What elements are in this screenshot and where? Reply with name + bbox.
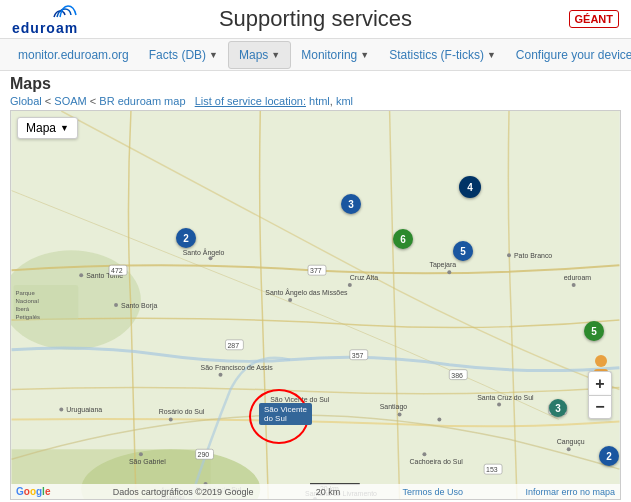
map-pin-7[interactable]: 2 <box>599 446 619 466</box>
maps-heading: Maps <box>10 75 621 93</box>
map-pin-4[interactable]: 6 <box>393 229 413 249</box>
navbar: monitor.eduroam.org Facts (DB) ▼ Maps ▼ … <box>0 39 631 71</box>
eduroam-logo[interactable]: eduroam <box>12 3 78 36</box>
svg-text:290: 290 <box>198 451 210 458</box>
breadcrumb-soam[interactable]: SOAM <box>54 95 86 107</box>
svg-text:Santiago: Santiago <box>380 403 408 411</box>
google-logo: Google <box>16 486 50 497</box>
svg-point-36 <box>422 452 426 456</box>
map-type-label: Mapa <box>26 121 56 135</box>
breadcrumb: Global < SOAM < BR eduroam map List of s… <box>10 95 621 107</box>
map-pin-1[interactable]: 2 <box>176 228 196 248</box>
svg-point-15 <box>288 298 292 302</box>
svg-text:377: 377 <box>310 267 322 274</box>
svg-text:São Gabriel: São Gabriel <box>129 458 166 465</box>
svg-text:Cachoeira do Sul: Cachoeira do Sul <box>410 458 464 465</box>
svg-point-34 <box>497 402 501 406</box>
svg-point-13 <box>209 256 213 260</box>
zoom-out-button[interactable]: − <box>588 395 612 419</box>
terms-link[interactable]: Termos de Uso <box>403 487 464 497</box>
map-type-caret-icon: ▼ <box>60 123 69 133</box>
svg-text:472: 472 <box>111 267 123 274</box>
svg-text:Santo Borja: Santo Borja <box>121 302 157 310</box>
svg-text:357: 357 <box>352 352 364 359</box>
svg-point-39 <box>567 447 571 451</box>
nav-monitor[interactable]: monitor.eduroam.org <box>8 42 139 68</box>
map-type-selector[interactable]: Mapa ▼ <box>17 117 78 139</box>
svg-text:Santo Ângelo das Missões: Santo Ângelo das Missões <box>265 288 348 297</box>
svg-text:386: 386 <box>451 372 463 379</box>
svg-point-21 <box>507 253 511 257</box>
svg-point-7 <box>114 303 118 307</box>
svg-text:Santo Ângelo: Santo Ângelo <box>183 248 225 257</box>
svg-point-31 <box>398 412 402 416</box>
svg-point-29 <box>169 417 173 421</box>
svg-text:Iberá: Iberá <box>16 306 30 312</box>
list-kml-link[interactable]: kml <box>336 95 353 107</box>
map-pin-6[interactable]: 5 <box>584 321 604 341</box>
svg-point-5 <box>79 273 83 277</box>
map-pin-5[interactable]: 5 <box>453 241 473 261</box>
svg-text:Santa Cruz do Sul: Santa Cruz do Sul <box>477 394 534 401</box>
pegman-head <box>595 355 607 367</box>
map-pin-3[interactable]: 4 <box>459 176 481 198</box>
facts-caret-icon: ▼ <box>209 50 218 60</box>
map-container[interactable]: Santo Tomé Santo Borja Uruguaiana São Ga… <box>10 110 621 500</box>
svg-text:Pato Branco: Pato Branco <box>514 252 552 259</box>
nav-facts[interactable]: Facts (DB) ▼ <box>139 42 228 68</box>
highlighted-location: São Vicentedo Sul <box>259 403 312 425</box>
svg-text:Cruz Alta: Cruz Alta <box>350 274 378 281</box>
logo-text: eduroam <box>12 20 78 36</box>
list-html-link[interactable]: html <box>309 95 330 107</box>
list-label: List of service location: <box>195 95 306 107</box>
map-footer: Google Dados cartográficos ©2019 Google … <box>11 484 620 499</box>
nav-configure[interactable]: Configure your device (CAT) <box>506 42 631 68</box>
report-error-link[interactable]: Informar erro no mapa <box>525 487 615 497</box>
svg-text:Canguçu: Canguçu <box>557 438 585 446</box>
map-pin-8[interactable]: 3 <box>549 399 567 417</box>
nav-monitoring[interactable]: Monitoring ▼ <box>291 42 379 68</box>
svg-point-17 <box>348 283 352 287</box>
svg-text:Rosário do Sul: Rosário do Sul <box>159 408 205 415</box>
maps-section: Maps Global < SOAM < BR eduroam map List… <box>0 71 631 500</box>
svg-text:Tapejara: Tapejara <box>429 261 456 269</box>
svg-text:Parque: Parque <box>16 290 36 296</box>
zoom-controls: + − <box>588 371 612 419</box>
header: eduroam Supporting services GÉANT <box>0 0 631 39</box>
svg-text:153: 153 <box>486 466 498 473</box>
nav-statistics[interactable]: Statistics (F-ticks) ▼ <box>379 42 506 68</box>
svg-text:São Francisco de Assis: São Francisco de Assis <box>201 364 274 371</box>
svg-text:Nacional: Nacional <box>16 298 39 304</box>
geant-logo: GÉANT <box>569 10 620 28</box>
page-title: Supporting services <box>219 6 412 32</box>
svg-point-23 <box>572 283 576 287</box>
breadcrumb-global[interactable]: Global <box>10 95 42 107</box>
svg-point-19 <box>447 270 451 274</box>
maps-caret-icon: ▼ <box>271 50 280 60</box>
svg-point-33 <box>437 417 441 421</box>
statistics-caret-icon: ▼ <box>487 50 496 60</box>
svg-point-9 <box>59 407 63 411</box>
svg-point-11 <box>139 452 143 456</box>
scale-label: 20 km <box>316 487 341 497</box>
zoom-in-button[interactable]: + <box>588 371 612 395</box>
logo-area: eduroam <box>12 3 78 36</box>
map-pin-2[interactable]: 3 <box>341 194 361 214</box>
nav-maps[interactable]: Maps ▼ <box>228 41 291 69</box>
svg-text:Uruguaiana: Uruguaiana <box>66 406 102 414</box>
svg-point-25 <box>219 373 223 377</box>
map-background: Santo Tomé Santo Borja Uruguaiana São Ga… <box>11 111 620 499</box>
svg-text:Petigalés: Petigalés <box>16 314 41 320</box>
breadcrumb-br[interactable]: BR eduroam map <box>99 95 185 107</box>
map-data-label: Dados cartográficos ©2019 Google <box>113 487 254 497</box>
svg-text:287: 287 <box>227 342 239 349</box>
svg-text:eduroam: eduroam <box>564 274 592 281</box>
monitoring-caret-icon: ▼ <box>360 50 369 60</box>
